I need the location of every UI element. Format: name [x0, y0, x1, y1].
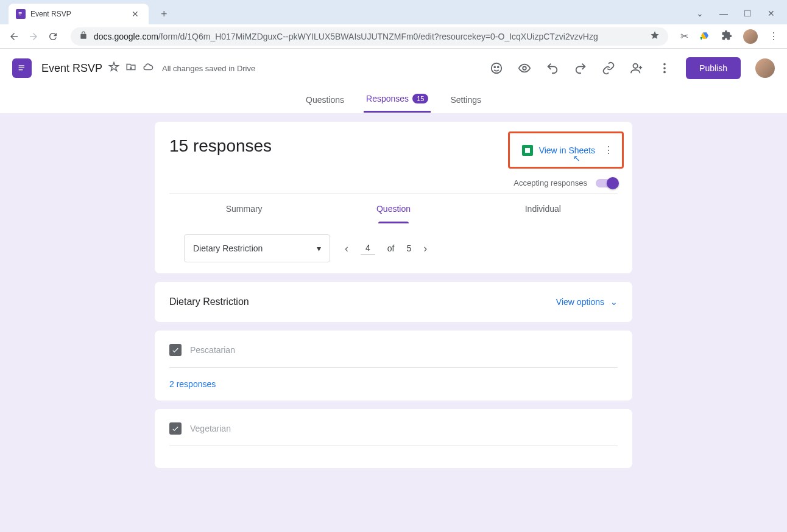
content-area: 15 responses View in Sheets ↖ ⋮ Acceptin… [0, 113, 787, 485]
svg-rect-3 [19, 65, 24, 66]
browser-tab-strip: Event RSVP ✕ + ⌄ — ☐ ✕ [0, 0, 787, 24]
svg-rect-5 [19, 69, 23, 70]
responses-header-card: 15 responses View in Sheets ↖ ⋮ Acceptin… [155, 122, 632, 273]
minimize-button[interactable]: — [719, 9, 728, 18]
tab-close-button[interactable]: ✕ [129, 9, 141, 19]
response-subtabs: Summary Question Individual [169, 194, 618, 223]
svg-point-13 [663, 71, 666, 74]
checkbox-checked-icon [169, 344, 182, 356]
address-bar: docs.google.com/form/d/1Q6m_H017MiMZDgux… [0, 24, 787, 49]
reload-button[interactable] [48, 31, 58, 42]
lock-icon [79, 31, 88, 42]
document-title[interactable]: Event RSVP [41, 62, 102, 75]
forms-logo-icon[interactable] [12, 58, 32, 78]
move-icon[interactable] [125, 61, 136, 75]
answer-label: Vegetarian [190, 424, 231, 433]
view-in-sheets-button[interactable]: View in Sheets ↖ [522, 145, 595, 156]
svg-point-8 [498, 66, 499, 68]
cursor-icon: ↖ [573, 153, 581, 163]
svg-point-9 [523, 66, 526, 70]
extensions-icon[interactable] [721, 30, 732, 43]
view-options-button[interactable]: View options ⌄ [556, 297, 618, 307]
window-controls: ⌄ — ☐ ✕ [696, 9, 787, 24]
undo-icon[interactable] [546, 61, 559, 75]
more-icon[interactable] [658, 61, 671, 75]
maximize-button[interactable]: ☐ [744, 9, 752, 18]
preview-icon[interactable] [518, 61, 531, 75]
new-tab-button[interactable]: + [161, 8, 168, 21]
profile-avatar[interactable] [755, 58, 775, 78]
accepting-responses-toggle[interactable] [596, 179, 618, 187]
pager-prev-button[interactable]: ‹ [345, 242, 348, 255]
svg-rect-0 [19, 12, 22, 13]
svg-rect-2 [19, 15, 21, 15]
svg-rect-1 [19, 13, 22, 14]
subtab-summary[interactable]: Summary [169, 194, 319, 223]
tab-questions[interactable]: Questions [303, 88, 347, 113]
answer-label: Pescatarian [190, 345, 235, 355]
browser-tab[interactable]: Event RSVP ✕ [9, 4, 149, 24]
view-in-sheets-highlight: View in Sheets ↖ ⋮ [508, 131, 624, 169]
responses-more-icon[interactable]: ⋮ [604, 144, 613, 156]
cloud-icon[interactable] [143, 61, 154, 75]
pager-current[interactable]: 4 [361, 243, 375, 254]
checkbox-checked-icon [169, 422, 182, 435]
add-collaborator-icon[interactable] [630, 61, 643, 75]
response-count-link[interactable]: 2 responses [169, 379, 216, 389]
divider [169, 446, 618, 446]
selected-question-label: Dietary Restriction [193, 243, 263, 253]
bookmark-star-icon[interactable] [650, 30, 660, 43]
save-status: All changes saved in Drive [162, 64, 255, 73]
pager-of-label: of [387, 243, 395, 253]
divider [169, 367, 618, 368]
forward-button[interactable] [28, 31, 39, 42]
question-pager: Dietary Restriction ▾ ‹ 4 of 5 › [169, 223, 618, 273]
subtab-individual[interactable]: Individual [468, 194, 618, 223]
question-title: Dietary Restriction [169, 296, 249, 307]
answer-card-pescatarian: Pescatarian 2 responses [155, 331, 632, 401]
tab-responses[interactable]: Responses15 [364, 88, 431, 113]
svg-point-11 [663, 63, 666, 66]
question-title-card: Dietary Restriction View options ⌄ [155, 282, 632, 322]
publish-button[interactable]: Publish [686, 57, 741, 79]
close-window-button[interactable]: ✕ [768, 9, 775, 18]
chevron-down-icon[interactable]: ⌄ [696, 9, 704, 18]
tab-title: Event RSVP [30, 10, 129, 18]
doc-action-icons [108, 61, 154, 75]
view-in-sheets-label: View in Sheets [539, 145, 595, 155]
question-select-dropdown[interactable]: Dietary Restriction ▾ [184, 234, 330, 262]
responses-count-badge: 15 [412, 94, 428, 103]
redo-icon[interactable] [574, 61, 587, 75]
back-button[interactable] [9, 31, 19, 42]
theme-icon[interactable] [490, 61, 503, 75]
star-icon[interactable] [108, 61, 119, 75]
forms-favicon [16, 9, 26, 19]
accepting-responses-label: Accepting responses [513, 178, 587, 187]
url-text: docs.google.com/form/d/1Q6m_H017MiMZDgux… [94, 32, 598, 41]
svg-point-6 [492, 63, 502, 74]
profile-avatar-small[interactable] [743, 29, 758, 44]
svg-point-12 [663, 67, 666, 69]
sheets-icon [522, 145, 533, 156]
main-tabs: Questions Responses15 Settings [0, 88, 787, 113]
drive-icon[interactable] [699, 31, 710, 42]
responses-count-title: 15 responses [169, 136, 272, 156]
chevron-down-icon: ⌄ [610, 297, 618, 307]
tab-settings[interactable]: Settings [448, 88, 484, 113]
svg-rect-4 [19, 68, 24, 68]
svg-point-10 [633, 64, 638, 68]
scissors-icon[interactable]: ✂ [680, 30, 688, 42]
pager-next-button[interactable]: › [423, 242, 427, 255]
subtab-question[interactable]: Question [319, 194, 468, 223]
extension-icons: ✂ ⋮ [680, 29, 778, 44]
header-actions: Publish [490, 57, 775, 79]
pager-total: 5 [406, 243, 411, 253]
app-header: Event RSVP All changes saved in Drive Pu… [0, 49, 787, 88]
dropdown-caret-icon: ▾ [317, 243, 321, 253]
answer-card-vegetarian: Vegetarian [155, 409, 632, 468]
link-icon[interactable] [602, 61, 615, 75]
svg-point-7 [494, 66, 495, 68]
browser-menu-icon[interactable]: ⋮ [769, 30, 778, 42]
url-input[interactable]: docs.google.com/form/d/1Q6m_H017MiMZDgux… [71, 27, 668, 46]
